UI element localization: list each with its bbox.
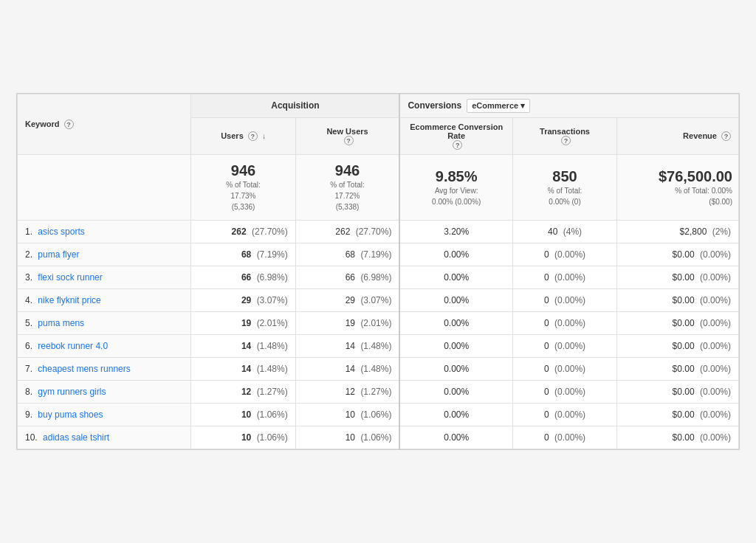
users-value: 29 <box>241 295 251 305</box>
new-users-pct: (27.70%) <box>356 226 392 237</box>
revenue-value: $0.00 <box>673 249 695 260</box>
users-pct: (2.01%) <box>257 318 288 328</box>
users-value: 12 <box>241 387 251 397</box>
ecommerce-dropdown[interactable]: eCommerce ▾ <box>467 99 530 113</box>
table-row: 6. reebok runner 4.0 14 (1.48%) 14 (1.48… <box>18 335 739 358</box>
transactions-value: 0 <box>544 318 549 328</box>
keyword-link[interactable]: puma flyer <box>38 249 79 260</box>
revenue-cell: $0.00 (0.00%) <box>617 289 739 312</box>
revenue-value: $0.00 <box>673 272 695 283</box>
keyword-link[interactable]: nike flyknit price <box>38 295 100 305</box>
revenue-cell: $0.00 (0.00%) <box>617 426 739 449</box>
new-users-pct: (1.06%) <box>360 409 391 420</box>
users-pct: (27.70%) <box>252 226 288 237</box>
new-users-help-icon[interactable]: ? <box>344 136 354 145</box>
revenue-value: $0.00 <box>673 364 695 374</box>
transactions-cell: 0 (0.00%) <box>512 266 616 289</box>
table-row: 5. puma mens 19 (2.01%) 19 (2.01%) 0.00%… <box>18 312 739 335</box>
new-users-pct: (3.07%) <box>360 295 391 305</box>
transactions-value: 0 <box>544 387 549 397</box>
table-row: 8. gym runners girls 12 (1.27%) 12 (1.27… <box>18 381 739 404</box>
row-number: 2. <box>25 249 35 260</box>
new-users-value: 262 <box>335 226 350 237</box>
totals-users-cell: 946 % of Total: 17.73% (5,336) <box>191 155 295 221</box>
ecr-cell: 0.00% <box>399 335 512 358</box>
ecr-cell: 3.20% <box>399 221 512 243</box>
new-users-value: 10 <box>346 409 355 420</box>
new-users-pct: (1.48%) <box>360 364 391 374</box>
totals-keyword-cell <box>18 155 191 221</box>
transactions-value: 0 <box>544 272 549 283</box>
transactions-value: 0 <box>544 364 549 374</box>
transactions-pct: (0.00%) <box>554 364 585 374</box>
users-cell: 29 (3.07%) <box>191 289 295 312</box>
ecr-value: 3.20% <box>444 226 469 237</box>
revenue-pct: (0.00%) <box>700 272 731 283</box>
new-users-value: 10 <box>346 432 355 443</box>
ecr-cell: 0.00% <box>399 243 512 266</box>
new-users-value: 66 <box>346 272 355 283</box>
users-value: 14 <box>241 364 251 374</box>
new-users-cell: 10 (1.06%) <box>295 426 399 449</box>
transactions-cell: 0 (0.00%) <box>512 335 616 358</box>
ecr-help-icon[interactable]: ? <box>453 140 462 150</box>
table-row: 2. puma flyer 68 (7.19%) 68 (7.19%) 0.00… <box>18 243 739 266</box>
revenue-value: $0.00 <box>673 318 695 328</box>
revenue-value: $0.00 <box>673 387 695 397</box>
new-users-cell: 10 (1.06%) <box>295 404 399 426</box>
transactions-pct: (0.00%) <box>554 249 585 260</box>
keyword-link[interactable]: adidas sale tshirt <box>43 432 109 443</box>
users-pct: (3.07%) <box>257 295 288 305</box>
keyword-link[interactable]: puma mens <box>38 318 84 328</box>
transactions-value: 0 <box>544 432 549 443</box>
transactions-value: 0 <box>544 409 549 420</box>
keyword-link[interactable]: gym runners girls <box>38 387 106 397</box>
table-row: 3. flexi sock runner 66 (6.98%) 66 (6.98… <box>18 266 739 289</box>
row-number: 9. <box>25 409 35 420</box>
ecr-column-header: Ecommerce Conversion Rate ? <box>399 117 512 155</box>
row-number: 8. <box>25 387 35 397</box>
sort-down-icon[interactable]: ↓ <box>262 132 266 140</box>
users-value: 14 <box>241 341 251 351</box>
revenue-cell: $0.00 (0.00%) <box>617 404 739 426</box>
keyword-cell: 3. flexi sock runner <box>18 266 191 289</box>
ecr-value: 0.00% <box>444 432 469 443</box>
revenue-pct: (0.00%) <box>700 341 731 351</box>
users-value: 10 <box>241 409 251 420</box>
users-cell: 262 (27.70%) <box>191 221 295 243</box>
new-users-pct: (7.19%) <box>360 249 391 260</box>
revenue-value: $0.00 <box>673 295 695 305</box>
users-cell: 66 (6.98%) <box>191 266 295 289</box>
ecr-value: 0.00% <box>444 318 469 328</box>
keyword-link[interactable]: reebok runner 4.0 <box>38 341 108 351</box>
keyword-link[interactable]: buy puma shoes <box>38 409 103 420</box>
revenue-cell: $0.00 (0.00%) <box>617 266 739 289</box>
transactions-pct: (0.00%) <box>554 272 585 283</box>
new-users-cell: 68 (7.19%) <box>295 243 399 266</box>
transactions-pct: (0.00%) <box>554 387 585 397</box>
acquisition-section-header: Acquisition <box>191 94 400 117</box>
transactions-cell: 0 (0.00%) <box>512 243 616 266</box>
totals-ecr-cell: 9.85% Avg for View: 0.00% (0.00%) <box>399 155 512 221</box>
transactions-value: 0 <box>544 249 549 260</box>
transactions-pct: (0.00%) <box>554 318 585 328</box>
keyword-link[interactable]: flexi sock runner <box>38 272 102 283</box>
transactions-cell: 0 (0.00%) <box>512 426 616 449</box>
revenue-help-icon[interactable]: ? <box>721 131 731 141</box>
row-number: 6. <box>25 341 35 351</box>
ecr-value: 0.00% <box>444 272 469 283</box>
new-users-cell: 19 (2.01%) <box>295 312 399 335</box>
dropdown-arrow-icon: ▾ <box>520 101 525 110</box>
totals-transactions-cell: 850 % of Total: 0.00% (0) <box>512 155 616 221</box>
users-cell: 14 (1.48%) <box>191 358 295 381</box>
keyword-link[interactable]: asics sports <box>38 226 84 237</box>
keyword-help-icon[interactable]: ? <box>64 120 74 129</box>
keyword-link[interactable]: cheapest mens runners <box>38 364 130 374</box>
row-number: 7. <box>25 364 35 374</box>
users-help-icon[interactable]: ? <box>248 131 258 141</box>
revenue-cell: $0.00 (0.00%) <box>617 381 739 404</box>
transactions-pct: (0.00%) <box>554 295 585 305</box>
transactions-help-icon[interactable]: ? <box>561 136 571 145</box>
transactions-cell: 0 (0.00%) <box>512 381 616 404</box>
ecr-cell: 0.00% <box>399 289 512 312</box>
